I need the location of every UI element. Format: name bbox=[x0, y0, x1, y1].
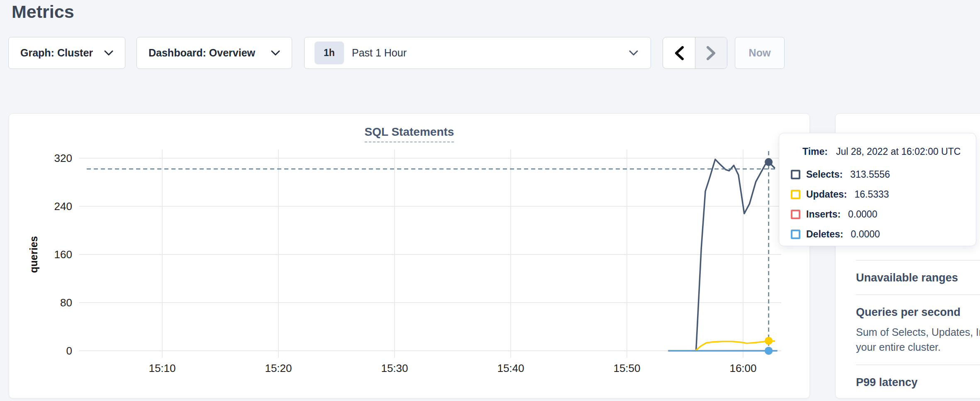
chevron-down-icon bbox=[104, 50, 113, 56]
series-line-updates bbox=[669, 341, 775, 351]
y-tick-label: 0 bbox=[66, 345, 72, 357]
sidebar-section: Unavailable ranges bbox=[856, 260, 980, 294]
hover-dot-updates bbox=[765, 337, 773, 345]
dashboard-dropdown[interactable]: Dashboard: Overview bbox=[137, 37, 292, 69]
sidebar-description-line: Sum of Selects, Updates, Inser bbox=[856, 325, 980, 340]
dashboard-dropdown-label: Dashboard: Overview bbox=[149, 47, 255, 59]
chevron-down-icon bbox=[271, 50, 280, 56]
series-line-selects bbox=[669, 159, 775, 351]
chevron-left-icon bbox=[675, 46, 684, 60]
legend-swatch-deletes bbox=[791, 230, 800, 239]
sidebar-section: Queries per secondSum of Selects, Update… bbox=[856, 294, 980, 364]
sidebar-sections: Unavailable rangesQueries per secondSum … bbox=[856, 260, 980, 399]
sidebar-description: Sum of Selects, Updates, Inseryour entir… bbox=[856, 325, 980, 355]
hover-dot-deletes bbox=[765, 347, 773, 355]
tooltip-series-label: Updates: bbox=[806, 189, 847, 200]
time-range-picker[interactable]: 1h Past 1 Hour bbox=[304, 37, 651, 69]
tooltip-series-value: 16.5333 bbox=[854, 189, 889, 200]
tooltip-series-row: Inserts:0.0000 bbox=[791, 204, 964, 224]
y-tick-label: 320 bbox=[54, 152, 72, 164]
x-tick-label: 15:50 bbox=[613, 362, 640, 374]
tooltip-series-value: 313.5556 bbox=[850, 169, 890, 180]
sidebar-heading: Queries per second bbox=[856, 306, 980, 319]
hover-tooltip: Time: Jul 28, 2022 at 16:02:00 UTC Selec… bbox=[779, 133, 976, 246]
graph-scope-dropdown-label: Graph: Cluster bbox=[20, 47, 93, 59]
sidebar-section: P99 latency bbox=[856, 364, 980, 399]
tooltip-time-value: Jul 28, 2022 at 16:02:00 UTC bbox=[836, 146, 960, 157]
x-tick-label: 15:10 bbox=[149, 362, 176, 374]
y-tick-label: 160 bbox=[54, 248, 72, 261]
tooltip-series-rows: Selects:313.5556Updates:16.5333Inserts:0… bbox=[791, 164, 964, 244]
chevron-down-icon bbox=[629, 50, 638, 56]
x-tick-label: 16:00 bbox=[729, 362, 756, 374]
chevron-right-icon bbox=[707, 46, 716, 60]
y-axis-label: queries bbox=[28, 236, 39, 273]
sidebar-heading: P99 latency bbox=[856, 376, 980, 389]
tooltip-series-label: Inserts: bbox=[806, 209, 841, 220]
tooltip-time-row: Time: Jul 28, 2022 at 16:02:00 UTC bbox=[802, 142, 964, 161]
sql-statements-chart-card: SQL Statements 15:1015:2015:3015:4015:50… bbox=[9, 113, 810, 399]
legend-swatch-inserts bbox=[791, 210, 800, 219]
legend-swatch-updates bbox=[791, 190, 800, 199]
graph-scope-dropdown[interactable]: Graph: Cluster bbox=[8, 37, 125, 69]
time-step-button-group bbox=[663, 37, 727, 69]
tooltip-series-row: Selects:313.5556 bbox=[791, 164, 964, 184]
time-window-badge: 1h bbox=[314, 42, 344, 64]
time-window-label: Past 1 Hour bbox=[352, 47, 629, 59]
tooltip-series-value: 0.0000 bbox=[851, 229, 880, 240]
now-button[interactable]: Now bbox=[735, 37, 785, 69]
sidebar-description-line: your entire cluster. bbox=[856, 340, 980, 355]
sidebar-heading: Unavailable ranges bbox=[856, 271, 980, 284]
tooltip-time-label: Time: bbox=[802, 146, 828, 157]
x-tick-label: 15:20 bbox=[265, 362, 292, 374]
hover-dot-selects bbox=[765, 158, 773, 166]
time-forward-button[interactable] bbox=[695, 37, 727, 68]
chart-plot-area[interactable]: 15:1015:2015:3015:4015:5016:000801602403… bbox=[9, 114, 810, 399]
legend-swatch-selects bbox=[791, 170, 800, 179]
page-title: Metrics bbox=[12, 2, 74, 22]
x-tick-label: 15:40 bbox=[497, 362, 524, 374]
tooltip-series-row: Updates:16.5333 bbox=[791, 184, 964, 204]
time-backward-button[interactable] bbox=[663, 37, 695, 68]
tooltip-series-label: Selects: bbox=[806, 169, 843, 180]
x-tick-label: 15:30 bbox=[381, 362, 408, 374]
tooltip-series-label: Deletes: bbox=[806, 229, 843, 240]
y-tick-label: 240 bbox=[54, 200, 72, 213]
tooltip-series-row: Deletes:0.0000 bbox=[791, 224, 964, 244]
tooltip-series-value: 0.0000 bbox=[848, 209, 877, 220]
y-tick-label: 80 bbox=[60, 296, 72, 309]
